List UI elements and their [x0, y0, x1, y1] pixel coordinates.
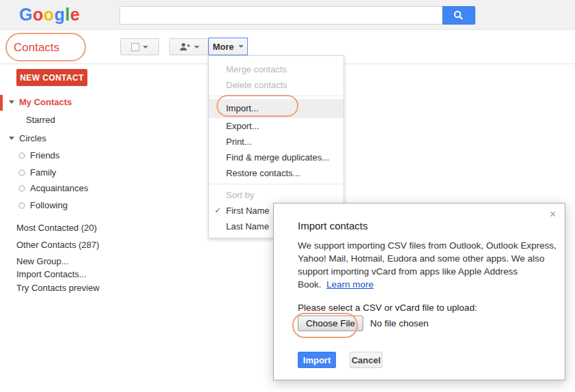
- google-logo[interactable]: Google: [19, 5, 80, 25]
- menu-item-export[interactable]: Export...: [209, 118, 343, 134]
- checkbox-icon: [131, 43, 139, 51]
- menu-item-label: First Name: [226, 206, 270, 216]
- no-file-chosen-label: No file chosen: [370, 318, 429, 328]
- sidebar-item-import-contacts[interactable]: Import Contacts...: [16, 268, 87, 281]
- menu-item-delete-contacts: Delete contacts: [209, 77, 343, 93]
- dialog-actions: Import Cancel: [298, 352, 382, 368]
- chevron-down-icon: [238, 45, 244, 48]
- search-icon: [453, 10, 464, 21]
- more-button[interactable]: More: [208, 38, 248, 55]
- new-contact-button[interactable]: NEW CONTACT: [16, 69, 87, 86]
- sidebar-item-family[interactable]: Family: [30, 166, 56, 180]
- logo-letter: G: [19, 5, 33, 24]
- menu-item-find-merge-duplicates[interactable]: Find & merge duplicates...: [209, 150, 343, 165]
- add-to-group-button[interactable]: [169, 38, 208, 55]
- import-contacts-dialog: × Import contacts We support importing C…: [273, 203, 565, 380]
- sidebar-item-friends[interactable]: Friends: [30, 149, 59, 163]
- choose-file-button[interactable]: Choose File: [298, 316, 363, 331]
- menu-label-sort-by: Sort by: [209, 187, 343, 203]
- collapse-arrow-icon[interactable]: [9, 137, 14, 140]
- sidebar-item-my-contacts[interactable]: My Contacts: [19, 96, 72, 109]
- body-line: support importing vCard from apps like A…: [298, 265, 557, 278]
- cancel-button[interactable]: Cancel: [350, 352, 382, 368]
- checkmark-icon: ✓: [214, 203, 221, 219]
- logo-letter: e: [70, 5, 80, 24]
- sidebar-item-new-group[interactable]: New Group...: [16, 255, 69, 268]
- file-prompt: Please select a CSV or vCard file to upl…: [298, 303, 477, 313]
- sidebar-item-circles[interactable]: Circles: [19, 132, 46, 145]
- sidebar-item-acquaintances[interactable]: Acquaintances: [30, 182, 88, 195]
- body-line: We support importing CSV files from Outl…: [298, 239, 557, 252]
- menu-separator: [209, 184, 343, 184]
- search-input[interactable]: [120, 6, 443, 25]
- menu-item-restore-contacts[interactable]: Restore contacts...: [209, 165, 343, 181]
- sidebar-item-other-contacts[interactable]: Other Contacts (287): [16, 238, 99, 252]
- file-input-row: Choose File No file chosen: [298, 316, 429, 331]
- collapse-arrow-icon[interactable]: [9, 100, 14, 104]
- menu-item-import[interactable]: Import...: [209, 99, 343, 118]
- more-button-label: More: [212, 42, 234, 52]
- add-person-icon: [179, 42, 191, 51]
- logo-letter: l: [65, 5, 70, 24]
- sidebar-item-most-contacted[interactable]: Most Contacted (20): [16, 221, 97, 235]
- logo-letter: o: [44, 5, 55, 24]
- body-line: Book. Learn more: [298, 278, 557, 291]
- sidebar-item-following[interactable]: Following: [30, 199, 68, 212]
- circle-icon: [18, 152, 25, 159]
- circle-icon: [18, 202, 25, 209]
- menu-separator: [209, 96, 343, 96]
- sidebar-item-try-contacts-preview[interactable]: Try Contacts preview: [16, 281, 100, 295]
- circle-icon: [18, 185, 25, 192]
- search-bar: [120, 6, 475, 25]
- selected-indicator: [0, 95, 3, 111]
- learn-more-link[interactable]: Learn more: [326, 279, 374, 290]
- sidebar-item-starred[interactable]: Starred: [26, 113, 55, 127]
- top-bar: Google: [0, 0, 575, 30]
- close-icon[interactable]: ×: [550, 209, 556, 220]
- body-line-end: Book.: [298, 279, 322, 290]
- dialog-title: Import contacts: [298, 220, 368, 232]
- menu-item-print[interactable]: Print...: [209, 134, 343, 150]
- chevron-down-icon: [143, 46, 148, 48]
- page-title: Contacts: [14, 41, 59, 55]
- circle-icon: [18, 169, 25, 176]
- menu-item-merge-contacts: Merge contacts: [209, 61, 343, 77]
- body-line: Yahoo! Mail, Hotmail, Eudora and some ot…: [298, 252, 557, 265]
- search-button[interactable]: [443, 6, 475, 25]
- import-button[interactable]: Import: [298, 352, 336, 368]
- select-all-button[interactable]: [120, 38, 159, 55]
- chevron-down-icon: [194, 46, 199, 48]
- logo-letter: g: [55, 5, 66, 24]
- logo-letter: o: [33, 5, 44, 24]
- dialog-body-text: We support importing CSV files from Outl…: [298, 239, 557, 291]
